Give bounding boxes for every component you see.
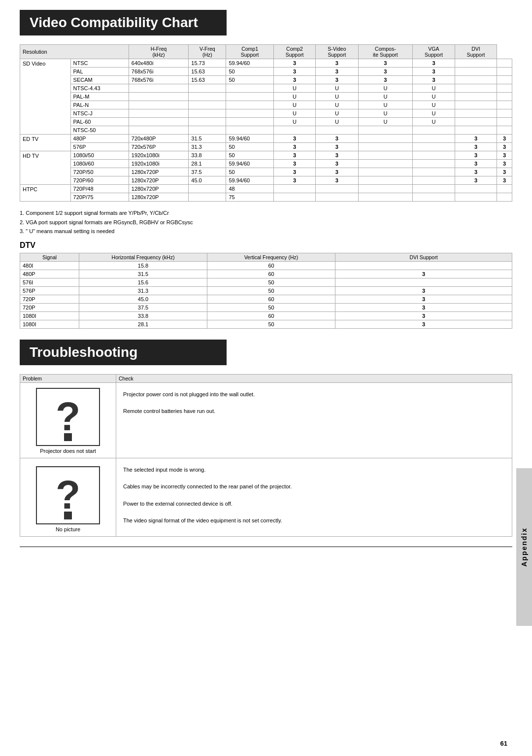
dtv-title: DTV	[20, 241, 512, 250]
table-row: 1080I33.8603	[20, 312, 512, 320]
table-row: 720P/601280x720P45.059.94/603333	[20, 176, 512, 185]
col-header-vfreq: V-Freq(Hz)	[189, 45, 226, 59]
table-row: PAL768x576i15.63503333	[20, 68, 512, 76]
col-header-hfreq: H-Freq(kHz)	[129, 45, 189, 59]
bottom-rule	[20, 547, 512, 547]
dtv-col-signal: Signal	[20, 253, 79, 262]
table-row: ?No pictureThe selected input mode is wr…	[20, 458, 512, 537]
col-header-resolution: Resolution	[20, 45, 129, 59]
dtv-col-hfreq: Horizontal Frequency (kHz)	[79, 253, 207, 262]
dtv-table: Signal Horizontal Frequency (kHz) Vertic…	[20, 253, 512, 329]
table-row: PAL-60UUUU	[20, 118, 512, 126]
appendix-sidebar: Appendix	[516, 468, 532, 626]
problem-label: No picture	[23, 526, 113, 532]
troubleshooting-title: Troubleshooting	[20, 340, 227, 365]
table-row: 480I15.860	[20, 262, 512, 270]
troubleshooting-table: Problem Check ?Projector does not startP…	[20, 374, 512, 537]
table-row: 576P720x576P31.3503333	[20, 143, 512, 151]
table-row: SD VideoNTSC640x480i15.7359.94/603333	[20, 59, 512, 68]
compat-notes: 1. Component 1/2 support signal formats …	[20, 208, 512, 236]
table-row: NTSC-JUUUU	[20, 109, 512, 118]
dtv-col-vfreq: Vertical Frequency (Hz)	[207, 253, 335, 262]
table-row: PAL-MUUUU	[20, 93, 512, 101]
table-row: 1080I28.1503	[20, 320, 512, 329]
check-item: Power to the external connected device i…	[123, 497, 505, 510]
check-item: Projector power cord is not plugged into…	[123, 388, 505, 401]
col-header-comp2: Comp2Support	[273, 45, 316, 59]
question-mark-icon: ?	[36, 466, 100, 524]
check-item: The selected input mode is wrong.	[123, 463, 505, 476]
col-header-comp1: Comp1Support	[226, 45, 273, 59]
table-row: ED TV480P720x480P31.559.94/603333	[20, 135, 512, 143]
table-row: NTSC-4.43UUUU	[20, 84, 512, 93]
video-compat-table: Resolution H-Freq(kHz) V-Freq(Hz) Comp1S…	[20, 44, 512, 202]
question-square-dot	[64, 512, 72, 519]
problem-label: Projector does not start	[23, 448, 113, 454]
table-row: 720P45.0603	[20, 295, 512, 304]
question-square-dot	[64, 433, 72, 441]
check-cell: The selected input mode is wrong.Cables …	[116, 458, 512, 537]
col-header-svideo: S-VideoSupport	[316, 45, 358, 59]
problem-cell: ?Projector does not start	[20, 383, 116, 458]
check-item: Cables may be incorrectly connected to t…	[123, 480, 505, 493]
problem-cell: ?No picture	[20, 458, 116, 537]
dtv-col-dvi: DVI Support	[335, 253, 512, 262]
table-row: 576I15.650	[20, 278, 512, 287]
table-row: 1080i/601920x1080i28.159.94/603333	[20, 160, 512, 168]
check-item: The video signal format of the video equ…	[123, 514, 505, 527]
trouble-col-problem: Problem	[20, 375, 116, 383]
table-row: 720P/501280x720P37.5503333	[20, 168, 512, 176]
check-cell: Projector power cord is not plugged into…	[116, 383, 512, 458]
table-row: HD TV1080i/501920x1080i33.8503333	[20, 151, 512, 160]
col-header-vga: VGASupport	[413, 45, 455, 59]
table-row: ?Projector does not startProjector power…	[20, 383, 512, 458]
question-mark-icon: ?	[36, 388, 100, 446]
check-item: Remote control batteries have run out.	[123, 405, 505, 417]
table-row: HTPC720P/481280x720P48	[20, 185, 512, 193]
table-row: NTSC-50	[20, 126, 512, 135]
table-row: 480P31.5603	[20, 270, 512, 278]
col-header-dvi: DVISupport	[455, 45, 497, 59]
table-row: PAL-NUUUU	[20, 101, 512, 109]
video-chart-title: Video Compatibility Chart	[20, 10, 227, 35]
table-row: 720P/751280x720P75	[20, 193, 512, 202]
table-row: 576P31.3503	[20, 287, 512, 295]
table-row: SECAM768x576i15.63503333	[20, 76, 512, 84]
col-header-composite: Compos-ite Support	[358, 45, 413, 59]
page-number: 61	[500, 740, 507, 747]
trouble-col-check: Check	[116, 375, 512, 383]
table-row: 720P37.5503	[20, 304, 512, 312]
appendix-label: Appendix	[520, 527, 528, 567]
